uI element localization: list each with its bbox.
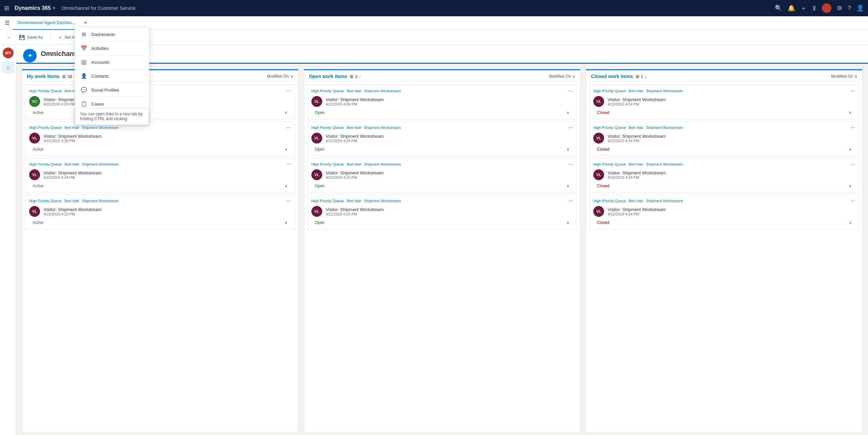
work-item[interactable]: High Priority Queue Bert Hair Shipment W…: [590, 121, 859, 156]
sort-label: Modified On: [267, 74, 289, 79]
filter-icon[interactable]: ⊻: [812, 4, 816, 12]
expand-button[interactable]: ∨: [566, 220, 570, 225]
work-item-info: Visitor: Shipment Workstream 4/22/2019 4…: [43, 170, 101, 179]
work-item[interactable]: High Priority Queue Bert Hair Shipment W…: [25, 158, 295, 193]
plus-icon[interactable]: ＋: [801, 4, 807, 12]
work-item-avatar: VL: [311, 169, 322, 180]
bell-icon[interactable]: 🔔: [788, 4, 795, 12]
work-item-body: VL Visitor: Shipment Workstream 4/22/201…: [311, 96, 573, 107]
expand-button[interactable]: ∨: [566, 184, 570, 188]
sidebar-item-home[interactable]: ⌂: [2, 61, 14, 73]
help-icon[interactable]: ?: [848, 5, 851, 12]
back-button[interactable]: ←: [5, 33, 13, 41]
more-options-button[interactable]: ···: [568, 125, 573, 131]
expand-button[interactable]: ∨: [285, 220, 288, 225]
col-sort[interactable]: Modified On ∨: [549, 74, 576, 79]
tab-omnichannel-dashboard[interactable]: Omnichannel Agent Dashbo...: [13, 16, 80, 30]
profile-icon[interactable]: 👤: [856, 4, 864, 12]
new-tab-button[interactable]: +: [81, 18, 90, 28]
dropdown-item-contacts[interactable]: 👤 Contacts: [75, 69, 149, 83]
work-item-date: 4/22/2019 4:24 PM: [326, 139, 384, 143]
workstream-tag: Shipment Workstream: [364, 89, 401, 93]
work-item-title: Visitor: Shipment Workstream: [607, 134, 666, 139]
app-title-caret-icon[interactable]: ▾: [53, 6, 55, 11]
col-title: Closed work items: [591, 74, 633, 79]
workstream-tag: Shipment Workstream: [82, 162, 119, 166]
work-item-tags: High Priority Queue Bert Hair Shipment W…: [593, 198, 855, 204]
work-item[interactable]: High Priority Queue Bert Hair Shipment W…: [308, 121, 577, 156]
work-item-status: Open ∨: [311, 182, 573, 190]
status-label: Active: [33, 147, 44, 152]
work-items-list: High Priority Queue Bert Hair Shipment W…: [304, 81, 580, 432]
hamburger-icon[interactable]: ☰: [3, 18, 12, 27]
more-options-button[interactable]: ···: [286, 88, 291, 94]
work-item[interactable]: High Priority Queue Bert Hair Shipment W…: [308, 195, 577, 229]
expand-button[interactable]: ∨: [285, 184, 288, 188]
work-item-tags: High Priority Queue Bert Hair Shipment W…: [311, 161, 573, 167]
work-item[interactable]: High Priority Queue Bert Hair Shipment W…: [308, 158, 577, 193]
save-as-button[interactable]: 💾 Save As: [16, 33, 46, 41]
queue-tag: High Priority Queue: [593, 199, 626, 203]
search-icon[interactable]: 🔍: [775, 4, 782, 12]
work-item[interactable]: High Priority Queue Bert Hair Shipment W…: [590, 85, 859, 119]
expand-button[interactable]: ∨: [566, 110, 570, 115]
count-icon: ⊞: [636, 74, 639, 79]
expand-button[interactable]: ∨: [849, 110, 852, 115]
work-col-closed-work: Closed work items ⊞ 1 ↓ Modified On ∨ Hi…: [586, 69, 863, 432]
more-options-button[interactable]: ···: [851, 125, 855, 131]
work-item[interactable]: High Priority Queue Bert Hair Shipment W…: [25, 195, 295, 229]
more-options-button[interactable]: ···: [568, 198, 573, 204]
more-options-button[interactable]: ···: [851, 161, 855, 167]
col-sort[interactable]: Modified On ∨: [267, 74, 293, 79]
contacts-icon: 👤: [80, 73, 87, 79]
work-item-title: Visitor: Shipment Workstream: [326, 207, 384, 212]
user-avatar[interactable]: WV: [3, 48, 14, 58]
app-title[interactable]: Dynamics 365 ▾: [15, 5, 55, 11]
more-options-button[interactable]: ···: [286, 125, 291, 131]
more-options-button[interactable]: ···: [851, 198, 855, 204]
expand-button[interactable]: ∨: [285, 147, 288, 152]
work-item[interactable]: High Priority Queue Bert Hair Shipment W…: [25, 85, 295, 119]
queue-tag: High Priority Queue: [29, 162, 62, 166]
expand-button[interactable]: ∨: [849, 184, 852, 188]
work-item-body: VL Visitor: Shipment Workstream 4/22/201…: [29, 206, 291, 217]
dropdown-item-label: Activities: [91, 46, 109, 51]
dropdown-item-accounts[interactable]: 🏢 Accounts: [75, 55, 149, 69]
work-item-body: VL Visitor: Shipment Workstream 4/22/201…: [593, 133, 855, 144]
grid-icon[interactable]: ⊞: [4, 4, 9, 12]
queue-tag: High Priority Queue: [593, 89, 626, 93]
work-item[interactable]: High Priority Queue Bert Hair Shipment W…: [308, 85, 577, 119]
work-item[interactable]: High Priority Queue Bert Hair Shipment W…: [590, 158, 859, 193]
status-label: Active: [33, 184, 44, 188]
work-item-info: Visitor: Shipment Workstream 4/22/2019 4…: [607, 207, 666, 216]
more-options-button[interactable]: ···: [286, 161, 291, 167]
work-item-avatar: VL: [593, 206, 604, 217]
dashboards-icon: ⊞: [80, 31, 87, 38]
work-item[interactable]: High Priority Queue Bert Hair Shipment W…: [590, 195, 859, 229]
settings-icon[interactable]: ⚙: [837, 4, 842, 12]
status-label: Closed: [597, 147, 609, 152]
work-item-tags: High Priority Queue Bert Hair Shipment W…: [29, 125, 291, 131]
work-item[interactable]: High Priority Queue Bert Hair Shipment W…: [25, 121, 295, 156]
expand-button[interactable]: ∨: [849, 147, 852, 152]
expand-button[interactable]: ∨: [849, 220, 852, 225]
dropdown-item-dashboards[interactable]: ⊞ Dashboards: [75, 27, 149, 41]
page-icon-symbol: ✦: [27, 52, 33, 59]
more-options-button[interactable]: ···: [568, 88, 573, 94]
work-item-status: Open ∨: [311, 109, 573, 116]
work-item-date: 4/22/2019 4:26 PM: [326, 102, 384, 106]
work-item-status: Active ∨: [29, 219, 291, 226]
more-options-button[interactable]: ···: [568, 161, 573, 167]
work-item-title: Visitor: Shipment Workstream: [43, 134, 101, 139]
sort-caret-icon: ∨: [854, 74, 857, 79]
workstream-tag: Shipment Workstream: [364, 126, 401, 130]
dropdown-item-social-profiles[interactable]: 💬 Social Profiles: [75, 83, 149, 97]
dropdown-item-activities[interactable]: 📅 Activities: [75, 41, 149, 55]
more-options-button[interactable]: ···: [286, 198, 291, 204]
expand-button[interactable]: ∨: [285, 110, 288, 115]
agent-tag: Bert Hair: [64, 126, 79, 130]
work-item-body: VC Visitor: Shipment Workstream 4/22/201…: [29, 96, 291, 107]
col-sort[interactable]: Modified On ∨: [831, 74, 857, 79]
expand-button[interactable]: ∨: [566, 147, 570, 152]
more-options-button[interactable]: ···: [851, 88, 855, 94]
